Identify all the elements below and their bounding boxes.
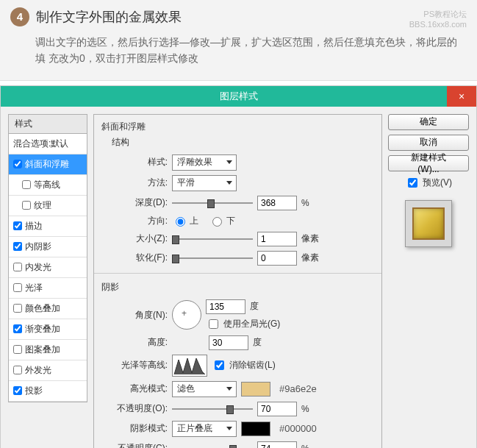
soften-slider[interactable] (172, 253, 253, 263)
style-item-8[interactable]: 渐变叠加 (9, 319, 87, 340)
depth-label: 深度(D): (101, 196, 168, 209)
style-checkbox[interactable] (13, 324, 22, 333)
style-item-3[interactable]: 描边 (9, 216, 87, 237)
direction-down-radio[interactable]: 下 (209, 215, 235, 227)
style-item-5[interactable]: 内发光 (9, 257, 87, 278)
style-checkbox[interactable] (13, 345, 22, 354)
step-number-badge: 4 (10, 7, 29, 26)
ok-button[interactable]: 确定 (388, 114, 469, 130)
px-unit: 像素 (301, 232, 319, 245)
style-checkbox[interactable] (13, 160, 22, 168)
size-slider[interactable] (172, 234, 253, 244)
shadow-mode-label: 阴影模式: (101, 422, 168, 435)
style-item-label: 投影 (25, 385, 43, 397)
style-item-11[interactable]: 投影 (9, 381, 87, 402)
style-item-label: 光泽 (25, 282, 43, 294)
shadow-section-label: 阴影 (101, 281, 374, 294)
method-select[interactable]: 平滑 (172, 175, 237, 191)
preview-thumbnail (405, 200, 452, 247)
style-item-label: 渐变叠加 (25, 323, 60, 335)
highlight-opacity-input[interactable] (257, 402, 297, 416)
size-label: 大小(Z): (101, 232, 168, 245)
angle-input[interactable] (206, 299, 245, 314)
dialog-titlebar[interactable]: 图层样式 × (1, 86, 476, 107)
shadow-opacity-slider[interactable] (172, 444, 253, 448)
style-checkbox[interactable] (13, 386, 22, 395)
dialog-buttons: 确定 取消 新建样式(W)... 预览(V) (388, 114, 469, 448)
preview-checkbox[interactable]: 预览(V) (405, 176, 452, 190)
size-input[interactable] (257, 232, 297, 246)
style-checkbox[interactable] (13, 242, 22, 251)
structure-label: 结构 (112, 136, 374, 149)
style-item-7[interactable]: 颜色叠加 (9, 299, 87, 319)
new-style-button[interactable]: 新建样式(W)... (388, 155, 469, 171)
style-label: 样式: (101, 156, 168, 168)
gloss-contour-picker[interactable] (172, 355, 207, 377)
soften-input[interactable] (257, 251, 297, 266)
style-item-6[interactable]: 光泽 (9, 278, 87, 299)
altitude-label: 高度: (101, 336, 168, 349)
style-item-label: 图案叠加 (25, 344, 60, 356)
dialog-title: 图层样式 (220, 90, 258, 102)
close-button[interactable]: × (447, 86, 476, 107)
style-item-label: 斜面和浮雕 (25, 158, 69, 171)
style-item-0[interactable]: 斜面和浮雕 (9, 154, 87, 175)
tutorial-header: 4 制作文字外围的金属效果 PS教程论坛 BBS.16xx8.com 调出文字的… (0, 0, 477, 81)
direction-up-radio[interactable]: 上 (172, 215, 198, 227)
gloss-contour-label: 光泽等高线: (101, 359, 168, 371)
cancel-button[interactable]: 取消 (388, 135, 469, 151)
highlight-mode-select[interactable]: 滤色 (172, 381, 237, 397)
panel-section-title: 斜面和浮雕 (101, 121, 374, 133)
style-select[interactable]: 浮雕效果 (172, 154, 237, 171)
shadow-opacity-input[interactable] (257, 441, 297, 448)
style-checkbox[interactable] (13, 263, 22, 271)
highlight-hex: #9a6e2e (279, 383, 317, 394)
style-item-1[interactable]: 等高线 (9, 175, 87, 196)
shadow-opacity-label: 不透明度(C): (101, 442, 168, 448)
deg-unit: 度 (250, 300, 259, 313)
style-item-label: 外发光 (25, 364, 51, 377)
global-light-checkbox[interactable]: 使用全局光(G) (206, 317, 280, 331)
direction-label: 方向: (101, 215, 168, 227)
altitude-input[interactable] (209, 335, 248, 350)
style-item-label: 等高线 (34, 179, 60, 191)
style-item-2[interactable]: 纹理 (9, 196, 87, 216)
percent-unit: % (301, 198, 309, 208)
highlight-color-swatch[interactable] (241, 382, 270, 397)
style-checkbox[interactable] (13, 304, 22, 313)
shadow-color-swatch[interactable] (241, 422, 270, 436)
style-item-9[interactable]: 图案叠加 (9, 340, 87, 360)
method-label: 方法: (101, 177, 168, 189)
style-item-4[interactable]: 内阴影 (9, 237, 87, 257)
deg-unit-2: 度 (253, 336, 262, 349)
blend-options-item[interactable]: 混合选项:默认 (9, 134, 87, 154)
soften-label: 软化(F): (101, 252, 168, 264)
style-item-label: 内阴影 (25, 241, 51, 253)
style-checkbox[interactable] (13, 366, 22, 374)
style-item-label: 颜色叠加 (25, 302, 60, 315)
styles-sidebar: 样式 混合选项:默认 斜面和浮雕等高线纹理描边内阴影内发光光泽颜色叠加渐变叠加图… (8, 114, 87, 448)
style-checkbox[interactable] (13, 221, 22, 230)
px-unit-2: 像素 (301, 252, 319, 264)
highlight-opacity-label: 不透明度(O): (101, 402, 168, 415)
highlight-opacity-slider[interactable] (172, 404, 253, 414)
step-description: 调出文字的选区，然后执行选择—修改—扩展，扩大选区范围，然后任意填充色块，将此层… (35, 34, 467, 67)
styles-header: 样式 (8, 114, 87, 134)
step-title: 制作文字外围的金属效果 (36, 8, 182, 26)
style-checkbox[interactable] (13, 283, 22, 292)
shadow-mode-select[interactable]: 正片叠底 (172, 421, 237, 437)
watermark: PS教程论坛 BBS.16xx8.com (409, 9, 467, 30)
depth-input[interactable] (257, 196, 297, 210)
layer-style-dialog: 图层样式 × 样式 混合选项:默认 斜面和浮雕等高线纹理描边内阴影内发光光泽颜色… (0, 85, 477, 448)
angle-label: 角度(N): (101, 309, 168, 321)
antialias-checkbox[interactable]: 消除锯齿(L) (212, 358, 276, 372)
depth-slider[interactable] (172, 198, 253, 208)
style-item-label: 描边 (25, 220, 43, 232)
style-item-label: 内发光 (25, 261, 51, 274)
bevel-emboss-panel: 斜面和浮雕 结构 样式: 浮雕效果 方法: 平滑 深度(D): % 方向: 上 (93, 114, 382, 448)
style-checkbox[interactable] (22, 180, 31, 189)
shadow-hex: #000000 (279, 423, 317, 434)
style-checkbox[interactable] (22, 201, 31, 210)
angle-dial[interactable] (172, 300, 201, 330)
style-item-10[interactable]: 外发光 (9, 360, 87, 381)
